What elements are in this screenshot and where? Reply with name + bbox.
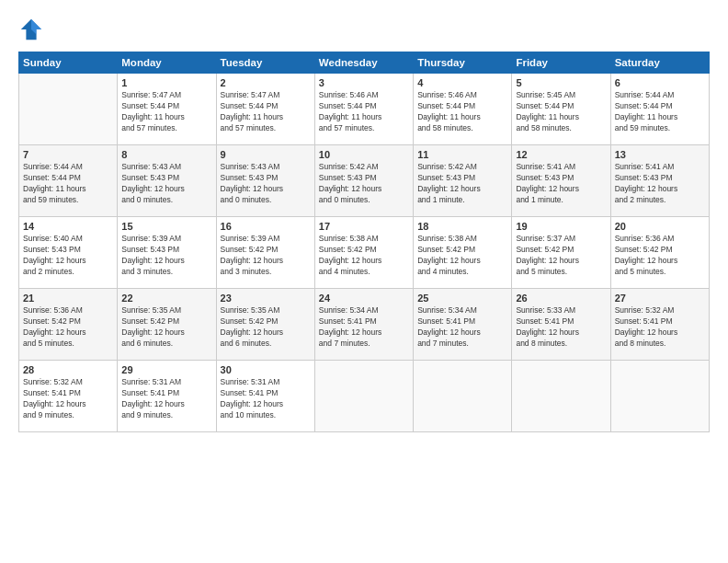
calendar-cell: 29Sunrise: 5:31 AM Sunset: 5:41 PM Dayli… (118, 361, 216, 432)
day-number: 3 (319, 77, 409, 88)
cell-info: Sunrise: 5:45 AM Sunset: 5:44 PM Dayligh… (516, 90, 606, 134)
calendar-cell: 9Sunrise: 5:43 AM Sunset: 5:43 PM Daylig… (216, 145, 314, 217)
day-number: 5 (516, 77, 606, 88)
logo (18, 17, 48, 42)
calendar-cell: 26Sunrise: 5:33 AM Sunset: 5:41 PM Dayli… (512, 289, 610, 361)
col-header-saturday: Saturday (610, 52, 709, 74)
calendar-cell: 24Sunrise: 5:34 AM Sunset: 5:41 PM Dayli… (314, 289, 413, 361)
day-number: 29 (121, 364, 211, 375)
calendar-cell: 4Sunrise: 5:46 AM Sunset: 5:44 PM Daylig… (414, 74, 512, 145)
calendar-cell: 12Sunrise: 5:41 AM Sunset: 5:43 PM Dayli… (512, 145, 610, 217)
calendar-cell (414, 361, 512, 432)
calendar-cell (19, 74, 118, 145)
day-number: 10 (319, 149, 409, 160)
week-row-3: 14Sunrise: 5:40 AM Sunset: 5:43 PM Dayli… (19, 217, 710, 289)
day-number: 14 (23, 221, 113, 232)
cell-info: Sunrise: 5:39 AM Sunset: 5:43 PM Dayligh… (121, 234, 211, 278)
header (18, 17, 710, 42)
calendar-cell: 8Sunrise: 5:43 AM Sunset: 5:43 PM Daylig… (118, 145, 216, 217)
day-number: 7 (23, 149, 113, 160)
day-number: 27 (615, 293, 705, 304)
calendar-cell: 15Sunrise: 5:39 AM Sunset: 5:43 PM Dayli… (118, 217, 216, 289)
day-number: 22 (121, 293, 211, 304)
calendar-cell: 25Sunrise: 5:34 AM Sunset: 5:41 PM Dayli… (414, 289, 512, 361)
calendar-cell: 30Sunrise: 5:31 AM Sunset: 5:41 PM Dayli… (216, 361, 314, 432)
calendar-cell: 16Sunrise: 5:39 AM Sunset: 5:42 PM Dayli… (216, 217, 314, 289)
day-number: 19 (516, 221, 606, 232)
calendar-cell: 27Sunrise: 5:32 AM Sunset: 5:41 PM Dayli… (610, 289, 709, 361)
cell-info: Sunrise: 5:36 AM Sunset: 5:42 PM Dayligh… (23, 305, 113, 350)
cell-info: Sunrise: 5:31 AM Sunset: 5:41 PM Dayligh… (121, 377, 211, 421)
day-number: 13 (615, 149, 705, 160)
cell-info: Sunrise: 5:43 AM Sunset: 5:43 PM Dayligh… (121, 162, 211, 206)
col-header-friday: Friday (512, 52, 610, 74)
day-number: 16 (221, 221, 311, 232)
col-header-thursday: Thursday (414, 52, 512, 74)
day-number: 11 (417, 149, 507, 160)
cell-info: Sunrise: 5:35 AM Sunset: 5:42 PM Dayligh… (221, 305, 311, 350)
day-number: 1 (121, 77, 211, 88)
cell-info: Sunrise: 5:32 AM Sunset: 5:41 PM Dayligh… (23, 377, 113, 421)
week-row-4: 21Sunrise: 5:36 AM Sunset: 5:42 PM Dayli… (19, 289, 710, 361)
day-number: 17 (319, 221, 409, 232)
calendar-cell: 23Sunrise: 5:35 AM Sunset: 5:42 PM Dayli… (216, 289, 314, 361)
week-row-1: 1Sunrise: 5:47 AM Sunset: 5:44 PM Daylig… (19, 74, 710, 145)
day-number: 23 (221, 293, 311, 304)
calendar-cell: 19Sunrise: 5:37 AM Sunset: 5:42 PM Dayli… (512, 217, 610, 289)
calendar-cell: 14Sunrise: 5:40 AM Sunset: 5:43 PM Dayli… (19, 217, 118, 289)
calendar-cell: 28Sunrise: 5:32 AM Sunset: 5:41 PM Dayli… (19, 361, 118, 432)
cell-info: Sunrise: 5:38 AM Sunset: 5:42 PM Dayligh… (417, 234, 507, 278)
calendar-cell: 3Sunrise: 5:46 AM Sunset: 5:44 PM Daylig… (314, 74, 413, 145)
calendar-cell: 1Sunrise: 5:47 AM Sunset: 5:44 PM Daylig… (118, 74, 216, 145)
day-number: 18 (417, 221, 507, 232)
day-number: 2 (221, 77, 311, 88)
cell-info: Sunrise: 5:42 AM Sunset: 5:43 PM Dayligh… (417, 162, 507, 206)
cell-info: Sunrise: 5:35 AM Sunset: 5:42 PM Dayligh… (121, 305, 211, 350)
col-header-wednesday: Wednesday (314, 52, 413, 74)
day-number: 9 (221, 149, 311, 160)
cell-info: Sunrise: 5:32 AM Sunset: 5:41 PM Dayligh… (615, 305, 705, 350)
calendar-cell: 22Sunrise: 5:35 AM Sunset: 5:42 PM Dayli… (118, 289, 216, 361)
day-number: 6 (615, 77, 705, 88)
calendar-cell: 18Sunrise: 5:38 AM Sunset: 5:42 PM Dayli… (414, 217, 512, 289)
col-header-tuesday: Tuesday (216, 52, 314, 74)
calendar-table: SundayMondayTuesdayWednesdayThursdayFrid… (18, 52, 710, 432)
cell-info: Sunrise: 5:31 AM Sunset: 5:41 PM Dayligh… (221, 377, 311, 421)
cell-info: Sunrise: 5:39 AM Sunset: 5:42 PM Dayligh… (221, 234, 311, 278)
day-number: 4 (417, 77, 507, 88)
day-number: 8 (121, 149, 211, 160)
calendar-cell: 13Sunrise: 5:41 AM Sunset: 5:43 PM Dayli… (610, 145, 709, 217)
calendar-cell: 2Sunrise: 5:47 AM Sunset: 5:44 PM Daylig… (216, 74, 314, 145)
cell-info: Sunrise: 5:46 AM Sunset: 5:44 PM Dayligh… (319, 90, 409, 134)
day-number: 24 (319, 293, 409, 304)
cell-info: Sunrise: 5:40 AM Sunset: 5:43 PM Dayligh… (23, 234, 113, 278)
logo-icon (18, 17, 44, 42)
cell-info: Sunrise: 5:36 AM Sunset: 5:42 PM Dayligh… (615, 234, 705, 278)
col-header-sunday: Sunday (19, 52, 118, 74)
cell-info: Sunrise: 5:47 AM Sunset: 5:44 PM Dayligh… (121, 90, 211, 134)
day-number: 25 (417, 293, 507, 304)
cell-info: Sunrise: 5:44 AM Sunset: 5:44 PM Dayligh… (615, 90, 705, 134)
calendar-cell (512, 361, 610, 432)
col-header-monday: Monday (118, 52, 216, 74)
cell-info: Sunrise: 5:41 AM Sunset: 5:43 PM Dayligh… (615, 162, 705, 206)
cell-info: Sunrise: 5:34 AM Sunset: 5:41 PM Dayligh… (417, 305, 507, 350)
calendar-cell: 20Sunrise: 5:36 AM Sunset: 5:42 PM Dayli… (610, 217, 709, 289)
cell-info: Sunrise: 5:38 AM Sunset: 5:42 PM Dayligh… (319, 234, 409, 278)
cell-info: Sunrise: 5:42 AM Sunset: 5:43 PM Dayligh… (319, 162, 409, 206)
cell-info: Sunrise: 5:43 AM Sunset: 5:43 PM Dayligh… (221, 162, 311, 206)
cell-info: Sunrise: 5:37 AM Sunset: 5:42 PM Dayligh… (516, 234, 606, 278)
cell-info: Sunrise: 5:44 AM Sunset: 5:44 PM Dayligh… (23, 162, 113, 206)
cell-info: Sunrise: 5:33 AM Sunset: 5:41 PM Dayligh… (516, 305, 606, 350)
calendar-cell: 17Sunrise: 5:38 AM Sunset: 5:42 PM Dayli… (314, 217, 413, 289)
header-row: SundayMondayTuesdayWednesdayThursdayFrid… (19, 52, 710, 74)
calendar-cell: 6Sunrise: 5:44 AM Sunset: 5:44 PM Daylig… (610, 74, 709, 145)
week-row-5: 28Sunrise: 5:32 AM Sunset: 5:41 PM Dayli… (19, 361, 710, 432)
day-number: 28 (23, 364, 113, 375)
calendar-cell: 11Sunrise: 5:42 AM Sunset: 5:43 PM Dayli… (414, 145, 512, 217)
day-number: 20 (615, 221, 705, 232)
day-number: 15 (121, 221, 211, 232)
calendar-cell: 10Sunrise: 5:42 AM Sunset: 5:43 PM Dayli… (314, 145, 413, 217)
week-row-2: 7Sunrise: 5:44 AM Sunset: 5:44 PM Daylig… (19, 145, 710, 217)
day-number: 21 (23, 293, 113, 304)
